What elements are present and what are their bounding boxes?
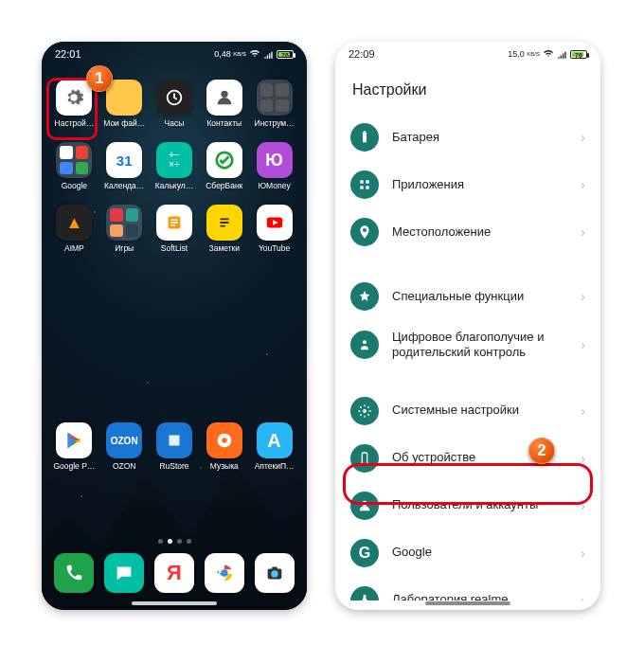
app-apteki[interactable]: A АптекиП… [249,422,299,481]
apps-icon [350,170,379,199]
settings-row-battery[interactable]: Батарея › [335,114,600,161]
favorites-row: Google P… OZON OZON RuStore Музыка A Апт… [49,422,299,481]
dock-phone[interactable] [54,553,94,593]
app-clock[interactable]: Часы [150,80,200,138]
home-grid: Настрой… Мои фай… Часы Контакты [49,80,299,263]
yoomoney-icon: Ю [257,142,293,178]
chevron-right-icon: › [581,337,585,352]
notes-icon [206,205,242,241]
chevron-right-icon: › [581,403,585,419]
settings-row-wellbeing[interactable]: Цифровое благополучие и родительский кон… [335,320,600,370]
music-icon [206,422,242,458]
app-google-folder[interactable]: Google [49,142,99,201]
dock-chrome[interactable] [205,553,244,593]
settings-row-about-device[interactable]: Об устройстве › [335,435,600,482]
softlist-icon [156,205,192,241]
battery-icon [350,123,379,152]
app-rustore[interactable]: RuStore [150,422,200,481]
settings-row-lab[interactable]: Лаборатория realme › [335,577,600,601]
sber-icon [206,142,242,178]
games-folder-icon [106,205,142,241]
svg-point-1 [221,91,227,98]
app-label: Google [62,181,87,190]
statusbar: 22:09 15,0 KB/S 76 [335,42,600,66]
svg-point-6 [222,438,227,443]
row-label: Специальные функции [392,289,567,304]
location-icon [350,218,379,246]
svg-point-18 [363,341,367,345]
settings-row-users[interactable]: Пользователи и аккаунты › [335,482,600,529]
svg-rect-15 [366,180,368,183]
chevron-right-icon: › [581,177,585,192]
settings-row-system[interactable]: Системные настройки › [335,387,600,435]
dock-messages[interactable] [104,553,144,593]
dock-camera[interactable] [255,553,295,593]
app-label: Игры [115,243,134,253]
aimp-icon: ▲ [56,205,92,241]
chevron-right-icon: › [581,130,585,145]
users-icon [350,492,379,520]
settings-row-google[interactable]: G Google › [335,529,600,577]
row-label: Пользователи и аккаунты [392,497,567,512]
google-icon: G [350,539,379,567]
rustore-icon [156,422,192,458]
battery-indicator: 76 [277,50,294,59]
app-label: Календа… [104,181,144,190]
app-label: YouTube [259,243,290,253]
settings-row-location[interactable]: Местоположение › [335,208,600,256]
callout-badge-1: 1 [86,65,113,92]
row-label: Системные настройки [392,403,567,418]
app-games-folder[interactable]: Игры [99,205,150,263]
calc-icon: +−×÷ [156,142,192,178]
settings-list[interactable]: Батарея › Приложения › Местоположение › … [335,114,600,600]
app-yoomoney[interactable]: Ю ЮMoney [249,142,299,201]
app-label: АптекиП… [255,461,295,471]
device-icon [350,444,379,473]
svg-point-10 [271,570,277,577]
signal-icon [557,49,567,60]
dock-yandex[interactable]: Я [154,553,194,593]
svg-rect-14 [360,180,363,183]
app-label: Инструм… [255,118,295,128]
app-sberbank[interactable]: СберБанк [199,142,249,201]
app-tools-folder[interactable]: Инструм… [249,80,299,138]
battery-indicator: 76 [570,50,587,59]
app-label: SoftList [161,243,188,253]
settings-row-apps[interactable]: Приложения › [335,161,600,208]
callout-badge-2: 2 [528,438,555,464]
lab-icon [350,586,379,601]
chevron-right-icon: › [581,224,585,240]
app-music[interactable]: Музыка [199,422,249,481]
row-label: Цифровое благополучие и родительский кон… [392,330,567,361]
wifi-icon [249,48,260,60]
google-folder-icon [56,142,92,178]
app-aimp[interactable]: ▲ AIMP [49,205,99,263]
nav-gesture-hint[interactable] [425,601,510,605]
tools-folder-icon [257,80,293,116]
calendar-icon: 31 [106,142,142,178]
nav-gesture-hint[interactable] [132,601,217,605]
star-icon [350,282,379,311]
app-play[interactable]: Google P… [49,422,99,481]
folder-icon [106,80,142,116]
app-label: AIMP [64,243,84,253]
app-ozon[interactable]: OZON OZON [99,422,150,481]
app-calendar[interactable]: 31 Календа… [99,142,150,201]
app-label: RuStore [159,461,188,471]
app-notes[interactable]: Заметки [199,205,249,263]
status-time: 22:09 [349,48,375,60]
svg-rect-13 [364,131,367,132]
app-contacts[interactable]: Контакты [199,80,249,138]
svg-rect-12 [363,133,367,143]
app-label: Калькул… [155,181,193,190]
signal-icon [263,49,274,60]
app-youtube[interactable]: YouTube [249,205,299,263]
phone-settings-screen: 22:09 15,0 KB/S 76 Настройки Батарея › П… [335,42,600,610]
app-softlist[interactable]: SoftList [150,205,200,263]
row-label: Лаборатория realme [392,592,567,600]
svg-rect-16 [360,186,363,188]
settings-row-special[interactable]: Специальные функции › [335,273,600,320]
chevron-right-icon: › [581,289,585,304]
chevron-right-icon: › [581,498,585,513]
app-calculator[interactable]: +−×÷ Калькул… [150,142,200,201]
